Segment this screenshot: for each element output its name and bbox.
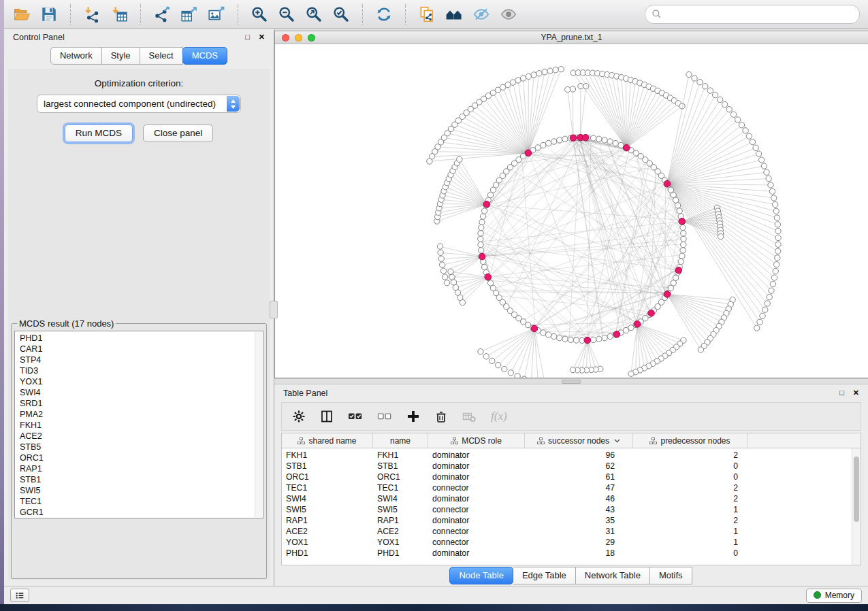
network-node[interactable]: [613, 140, 618, 146]
column-header-predecessor-nodes[interactable]: predecessor nodes: [633, 433, 748, 448]
network-leaf-node[interactable]: [762, 307, 768, 312]
mcds-result-item[interactable]: ORC1: [20, 452, 255, 463]
network-leaf-node[interactable]: [483, 354, 489, 359]
tab-select[interactable]: Select: [140, 47, 183, 65]
network-leaf-node[interactable]: [692, 76, 697, 81]
mcds-result-item[interactable]: TID3: [20, 365, 255, 376]
network-leaf-node[interactable]: [750, 139, 755, 144]
cell-name[interactable]: STB1: [373, 461, 428, 471]
mcds-result-item[interactable]: STB5: [20, 442, 255, 452]
network-node[interactable]: [479, 219, 485, 225]
network-leaf-node[interactable]: [753, 145, 758, 150]
cell-mcds_role[interactable]: dominator: [428, 472, 525, 482]
network-leaf-node[interactable]: [438, 256, 444, 261]
network-node[interactable]: [535, 145, 541, 150]
cell-successor_nodes[interactable]: 46: [525, 494, 633, 503]
network-leaf-node[interactable]: [570, 367, 575, 372]
cell-predecessor_nodes[interactable]: 2: [633, 516, 748, 525]
network-leaf-node[interactable]: [558, 66, 564, 71]
network-leaf-node[interactable]: [542, 69, 547, 75]
mcds-list-scrollbar[interactable]: [255, 332, 262, 517]
mcds-result-item[interactable]: SRD1: [20, 398, 255, 409]
table-row[interactable]: ORC1ORC1dominator610: [282, 472, 861, 482]
vertical-splitter-handle[interactable]: [270, 301, 278, 318]
cell-shared_name[interactable]: TEC1: [282, 483, 373, 493]
import-network-button[interactable]: [80, 3, 104, 26]
mcds-result-item[interactable]: PMA2: [20, 409, 255, 420]
network-leaf-node[interactable]: [686, 71, 692, 77]
network-hub-node[interactable]: [582, 134, 589, 141]
window-zoom-button[interactable]: [308, 34, 315, 42]
cell-mcds_role[interactable]: connector: [428, 538, 525, 547]
cell-shared_name[interactable]: ORC1: [282, 472, 373, 482]
cell-name[interactable]: FKH1: [373, 450, 428, 460]
table-row[interactable]: TEC1TEC1connector472: [282, 482, 861, 493]
horizontal-splitter-handle[interactable]: [562, 380, 581, 384]
network-node[interactable]: [677, 208, 682, 214]
network-leaf-node[interactable]: [536, 71, 542, 76]
network-leaf-node[interactable]: [515, 78, 521, 83]
network-node[interactable]: [478, 231, 483, 236]
network-leaf-node[interactable]: [775, 248, 780, 254]
tab-style[interactable]: Style: [102, 47, 140, 65]
network-leaf-node[interactable]: [770, 282, 775, 287]
network-hub-node[interactable]: [613, 331, 620, 338]
close-panel-button-mcds[interactable]: Close panel: [143, 125, 213, 142]
network-leaf-node[interactable]: [440, 262, 445, 267]
network-node[interactable]: [487, 280, 493, 286]
table-row[interactable]: YOX1YOX1connector291: [282, 537, 861, 548]
network-leaf-node[interactable]: [437, 244, 443, 249]
optimization-criterion-select[interactable]: largest connected component (undirected): [37, 95, 241, 113]
cell-successor_nodes[interactable]: 18: [525, 548, 633, 558]
network-node[interactable]: [618, 142, 624, 148]
network-leaf-node[interactable]: [767, 294, 772, 299]
network-hub-node[interactable]: [679, 218, 686, 225]
network-leaf-node[interactable]: [765, 301, 770, 306]
network-hub-node[interactable]: [485, 274, 492, 280]
mcds-result-item[interactable]: RAP1: [20, 463, 255, 474]
network-hub-node[interactable]: [664, 180, 671, 187]
network-leaf-node[interactable]: [758, 157, 764, 163]
network-node[interactable]: [602, 137, 607, 143]
mcds-result-item[interactable]: TEC1: [20, 496, 255, 507]
network-leaf-node[interactable]: [697, 80, 703, 85]
cell-mcds_role[interactable]: dominator: [428, 548, 525, 558]
network-leaf-node[interactable]: [775, 228, 781, 233]
network-leaf-node[interactable]: [772, 201, 777, 207]
memory-button[interactable]: Memory: [806, 589, 862, 603]
network-node[interactable]: [562, 336, 568, 342]
search-input[interactable]: [666, 8, 853, 20]
network-leaf-node[interactable]: [628, 371, 634, 376]
cell-shared_name[interactable]: ACE2: [282, 527, 373, 536]
export-network-button[interactable]: [150, 3, 174, 26]
network-node[interactable]: [671, 192, 676, 197]
network-leaf-node[interactable]: [769, 188, 775, 194]
network-node[interactable]: [673, 275, 678, 280]
cell-shared_name[interactable]: SWI5: [282, 505, 373, 514]
first-neighbors-button[interactable]: [442, 3, 466, 26]
network-hub-node[interactable]: [623, 144, 630, 151]
network-leaf-node[interactable]: [754, 325, 760, 331]
cell-predecessor_nodes[interactable]: 1: [633, 505, 748, 514]
cell-successor_nodes[interactable]: 96: [525, 450, 633, 460]
cell-successor_nodes[interactable]: 62: [525, 461, 633, 471]
network-leaf-node[interactable]: [520, 76, 526, 81]
cell-name[interactable]: ORC1: [373, 472, 428, 482]
cell-predecessor_nodes[interactable]: 0: [633, 472, 748, 482]
column-header-shared-name[interactable]: shared name: [282, 433, 373, 448]
network-node[interactable]: [557, 335, 562, 340]
network-leaf-node[interactable]: [496, 363, 501, 368]
network-leaf-node[interactable]: [718, 97, 723, 102]
network-node[interactable]: [590, 135, 596, 141]
network-leaf-node[interactable]: [451, 280, 456, 285]
cell-name[interactable]: ACE2: [373, 527, 428, 536]
cell-predecessor_nodes[interactable]: 2: [633, 450, 748, 460]
cell-predecessor_nodes[interactable]: 1: [633, 538, 748, 547]
network-leaf-node[interactable]: [756, 151, 761, 156]
mcds-result-item[interactable]: STP4: [20, 354, 255, 365]
table-row[interactable]: ACE2ACE2connector311: [282, 526, 861, 537]
network-leaf-node[interactable]: [768, 182, 773, 188]
network-leaf-node[interactable]: [521, 376, 527, 378]
cell-successor_nodes[interactable]: 31: [525, 527, 633, 536]
cell-mcds_role[interactable]: connector: [428, 483, 525, 493]
